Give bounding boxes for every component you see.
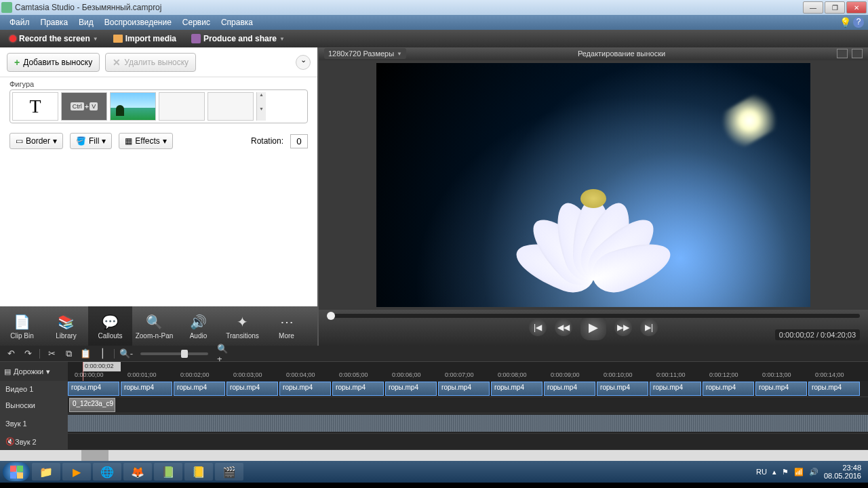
taskbar-explorer[interactable]: 📁 [32, 463, 60, 481]
tab-transitions[interactable]: ✦Transitions [220, 306, 264, 346]
time-ruler[interactable]: 0:00:00;02 0:00:00;000:00:01;000:00:02;0… [68, 362, 868, 381]
taskbar-chrome[interactable]: 🌐 [93, 463, 121, 481]
taskbar-app2[interactable]: 📒 [184, 463, 213, 481]
video-clip[interactable]: горы.mp4 [438, 382, 490, 396]
video-clip[interactable]: горы.mp4 [544, 382, 595, 396]
record-icon [9, 35, 16, 42]
video-clip[interactable]: горы.mp4 [174, 382, 225, 396]
video-clip[interactable]: горы.mp4 [703, 382, 754, 396]
detach-icon[interactable] [852, 49, 863, 58]
copy-button[interactable]: ⧉ [63, 348, 74, 359]
minimize-button[interactable]: — [803, 1, 823, 14]
shape-keystroke[interactable]: Ctrl+V [61, 92, 107, 121]
cut-button[interactable]: ✂ [46, 348, 57, 359]
stepback-button[interactable]: ◀◀ [555, 319, 572, 336]
zoom-slider[interactable] [140, 352, 208, 355]
border-button[interactable]: ▭ Border ▾ [9, 133, 63, 149]
clock[interactable]: 23:4808.05.2016 [824, 464, 861, 480]
shape-text[interactable]: T [12, 92, 58, 121]
lang-indicator[interactable]: RU [756, 468, 767, 476]
help-icon[interactable]: ? [853, 17, 864, 28]
remove-callout-button[interactable]: ✕ Удалить выноску [105, 53, 196, 72]
tab-clipbin[interactable]: 📄Clip Bin [0, 306, 44, 346]
play-button[interactable]: ▶ [580, 314, 606, 340]
callout-clip[interactable]: 0_12c23a_c9 [69, 398, 115, 412]
collapse-panel-button[interactable]: ⌄ [296, 55, 311, 70]
taskbar-camtasia[interactable]: 🎬 [215, 463, 243, 481]
taskbar-firefox[interactable]: 🦊 [123, 463, 152, 481]
timeline-h-scrollbar[interactable] [0, 450, 868, 461]
video-clip[interactable]: горы.mp4 [755, 382, 807, 396]
transitions-icon: ✦ [233, 313, 252, 331]
dimensions-selector[interactable]: 868x488 Размеры ▼ [324, 48, 406, 59]
shape-blank-2[interactable] [208, 92, 254, 121]
add-callout-button[interactable]: + Добавить выноску [7, 53, 100, 72]
zoomin-button[interactable]: 🔍+ [217, 348, 228, 359]
video-clip[interactable]: горы.mp4 [650, 382, 701, 396]
video-clip[interactable]: горы.mp4 [597, 382, 648, 396]
tab-library[interactable]: 📚Library [44, 306, 88, 346]
taskbar-app1[interactable]: 📗 [154, 463, 182, 481]
menu-playback[interactable]: Воспроизведение [99, 16, 177, 28]
video-clip[interactable]: горы.mp4 [68, 382, 119, 396]
undo-button[interactable]: ↶ [5, 348, 16, 359]
produce-share-button[interactable]: Produce and share▼ [186, 33, 290, 45]
menu-service[interactable]: Сервис [177, 16, 216, 28]
paste-button[interactable]: 📋 [80, 348, 91, 359]
video-clip[interactable]: горы.mp4 [808, 382, 860, 396]
start-button[interactable] [3, 462, 30, 481]
rotation-input[interactable] [290, 134, 308, 148]
tray-flag-icon[interactable]: ⚑ [782, 468, 789, 476]
tracks-dropdown[interactable]: ▤ Дорожки ▾ [0, 362, 68, 381]
tray-network-icon[interactable]: 📶 [794, 468, 804, 476]
playhead-line[interactable] [83, 362, 83, 381]
menu-view[interactable]: Вид [73, 16, 99, 28]
zoom-icon: 🔍 [145, 313, 164, 331]
tray-volume-icon[interactable]: 🔊 [809, 468, 818, 476]
fullscreen-icon[interactable] [837, 49, 848, 58]
shape-image[interactable] [110, 92, 156, 121]
tab-audio[interactable]: 🔊Audio [176, 306, 220, 346]
seek-bar[interactable] [327, 314, 860, 318]
video-clip[interactable]: горы.mp4 [121, 382, 172, 396]
video-clip[interactable]: горы.mp4 [491, 382, 542, 396]
fill-button[interactable]: 🪣 Fill ▾ [70, 133, 112, 149]
track-label-video[interactable]: Видео 1 [0, 381, 68, 396]
close-button[interactable]: ✕ [846, 1, 867, 14]
video-clip[interactable]: горы.mp4 [332, 382, 384, 396]
shape-blank-1[interactable] [159, 92, 205, 121]
redo-button[interactable]: ↷ [22, 348, 33, 359]
video-track-content[interactable]: горы.mp4горы.mp4горы.mp4горы.mp4горы.mp4… [68, 381, 868, 396]
callout-track-content[interactable]: 0_12c23a_c9 [68, 397, 868, 413]
audio-track-content[interactable] [68, 413, 868, 433]
tips-icon[interactable]: 💡 [840, 17, 850, 28]
menu-file[interactable]: Файл [4, 16, 35, 28]
tray-up-icon[interactable]: ▴ [772, 468, 776, 476]
effects-button[interactable]: ▦ Effects ▾ [119, 133, 172, 149]
tab-more[interactable]: ⋯More [264, 306, 309, 346]
track-label-audio2[interactable]: 🔇 Звук 2 [0, 434, 68, 449]
split-button[interactable]: ⎮ [97, 348, 108, 359]
next-button[interactable]: ▶| [640, 319, 658, 336]
record-screen-button[interactable]: Record the screen▼ [4, 33, 104, 45]
track-label-audio[interactable]: Звук 1 [0, 413, 68, 433]
shape-scrollbar[interactable]: ▲▼ [256, 92, 266, 121]
video-clip[interactable]: горы.mp4 [279, 382, 331, 396]
video-clip[interactable]: горы.mp4 [226, 382, 278, 396]
prev-button[interactable]: |◀ [529, 319, 547, 336]
import-media-button[interactable]: Import media [108, 33, 182, 45]
tab-callouts[interactable]: 💬Callouts [88, 306, 132, 346]
preview-canvas[interactable] [376, 63, 810, 307]
menu-edit[interactable]: Правка [35, 16, 74, 28]
audio2-track-content[interactable] [68, 434, 868, 449]
ruler-tick: 0:00:04;00 [286, 371, 315, 378]
track-label-callouts[interactable]: Выноски [0, 397, 68, 413]
maximize-button[interactable]: ❐ [825, 1, 845, 14]
zoomout-button[interactable]: 🔍- [121, 348, 132, 359]
stepfwd-button[interactable]: ▶▶ [614, 319, 632, 336]
taskbar-media[interactable]: ▶ [62, 463, 91, 481]
preview-title: Редактирование выноски [406, 49, 837, 58]
menu-help[interactable]: Справка [216, 16, 258, 28]
video-clip[interactable]: горы.mp4 [385, 382, 437, 396]
tab-zoom[interactable]: 🔍Zoom-n-Pan [132, 306, 176, 346]
